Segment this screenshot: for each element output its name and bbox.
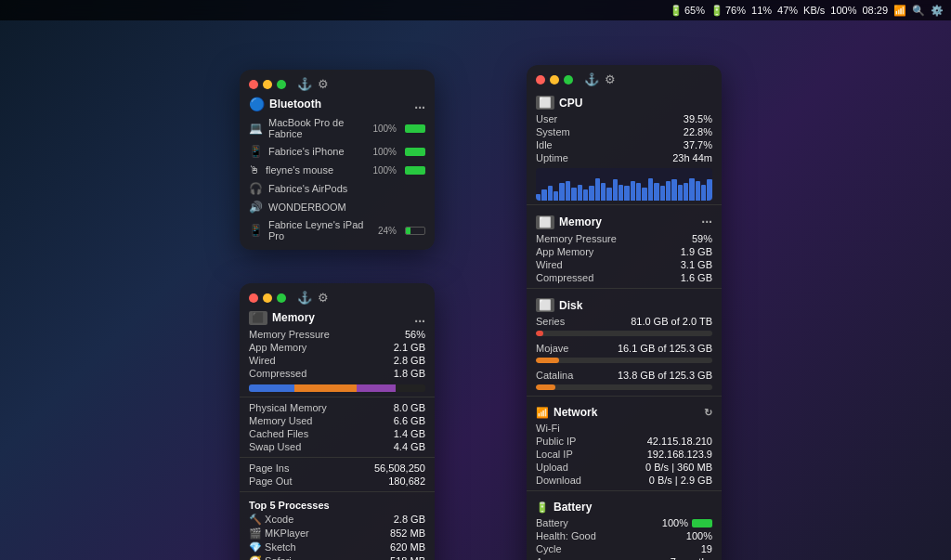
disk-series-fill [536, 331, 543, 336]
stat-label: Download [536, 475, 581, 486]
process-safari: 🧭 Safari 518 MB [240, 554, 435, 560]
cpu-idle-stat: Idle 37.7% [527, 138, 722, 151]
section-divider2 [527, 288, 722, 289]
stat-label: Cached Files [249, 428, 308, 439]
cpu-bar-segment [619, 185, 623, 202]
refresh-icon[interactable]: ↻ [704, 407, 712, 419]
menubar-battery-full: 100% [830, 5, 856, 16]
disk-mojave-row: Mojave 16.1 GB of 125.3 GB [527, 342, 722, 355]
bt-device-iphone: 📱 Fabrice's iPhone 100% [240, 142, 435, 161]
stat-label: Wi-Fi [536, 423, 560, 434]
bt-device-airpods: 🎧 Fabrice's AirPods [240, 179, 435, 198]
stat-value: 19 [701, 543, 712, 554]
menubar-search-icon[interactable]: 🔍 [912, 5, 925, 17]
stat-label: Compressed [249, 368, 306, 379]
network-upload: Upload 0 B/s | 360 MB [527, 461, 722, 474]
disk-series-bar [536, 331, 712, 336]
bluetooth-more-button[interactable]: ... [414, 97, 425, 111]
cpu-bar-segment [684, 183, 688, 201]
mouse-icon: 🖱 [249, 163, 260, 176]
stat-value: 56% [405, 329, 425, 340]
battery-cycle: Cycle 19 [527, 542, 722, 555]
stat-label: Public IP [536, 436, 576, 447]
battery-value-area: 100% [662, 517, 712, 528]
stat-value: 1.9 GB [681, 246, 712, 257]
stat-label: Swap Used [249, 441, 301, 452]
disk-catalina-row: Catalina 13.8 GB of 125.3 GB [527, 369, 722, 382]
stat-value: 6.6 GB [394, 415, 425, 426]
battery-level: Battery 100% [527, 516, 722, 529]
cpu-bar-segment [595, 178, 600, 202]
stat-value: 0 B/s | 360 MB [645, 462, 712, 473]
cpu-uptime-stat: Uptime 23h 44m [527, 151, 722, 164]
stat-value: 3.1 GB [681, 259, 712, 270]
stat-value: 22.8% [684, 126, 712, 137]
cpu-bar-segment [631, 181, 635, 201]
bt-device-wonderboom: 🔊 WONDERBOOM [240, 198, 435, 216]
desktop: 🔋 65% 🔋 76% 11% 47% KB/s 100% 08:29 📶 🔍 … [0, 0, 951, 560]
stat-label: Wired [249, 355, 276, 366]
menubar-battery-4: 47% [777, 5, 798, 16]
bluetooth-widget: ⚓ ⚙ 🔵 Bluetooth ... 💻 MacBook Pro de Fab… [240, 70, 435, 250]
stat-label: Page Ins [249, 462, 289, 474]
minimize-button-mem[interactable] [263, 293, 272, 303]
disk-mojave-name: Mojave [536, 343, 568, 354]
maximize-button-mem[interactable] [277, 293, 286, 303]
close-button[interactable] [249, 80, 258, 89]
cpu-bar-segment [689, 178, 694, 202]
network-local-ip: Local IP 192.168.123.9 [527, 448, 722, 461]
bt-device-mouse: 🖱 fleyne's mouse 100% [240, 161, 435, 179]
stat-label: App Memory [536, 246, 593, 257]
bt-device-ipad: 📱 Fabrice Leyne's iPad Pro 24% [240, 216, 435, 244]
close-button-stats[interactable] [536, 75, 545, 85]
memory-bar [249, 384, 425, 392]
memory-more-button[interactable]: ... [414, 310, 425, 325]
disk-series-name: Series [536, 316, 565, 327]
battery-bar-full [405, 148, 425, 156]
memory-dots[interactable]: ··· [701, 215, 712, 229]
memory-widget-title: Memory [272, 311, 315, 324]
battery-health: Health: Good 100% [527, 529, 722, 542]
maximize-button[interactable] [277, 80, 286, 89]
stat-value: 42.115.18.210 [647, 436, 712, 447]
memory-stat-wired: Wired 2.8 GB [240, 354, 435, 367]
stat-value: 0 B/s | 2.9 GB [649, 475, 712, 486]
cpu-bar-segment [666, 181, 671, 201]
stat-label: Uptime [536, 152, 568, 163]
minimize-button[interactable] [263, 80, 272, 89]
settings-icon-stats[interactable]: ⚙ [605, 72, 616, 86]
cpu-bar-segment [624, 186, 629, 201]
cpu-bar-segment [696, 181, 700, 201]
cpu-bar-segment [583, 189, 588, 201]
settings-icon-mem[interactable]: ⚙ [318, 291, 329, 305]
process-xcode: 🔨 Xcode 2.8 GB [240, 513, 435, 527]
close-button-mem[interactable] [249, 293, 258, 303]
menubar-battery-3: 11% [751, 5, 772, 16]
cpu-bar-segment [613, 179, 618, 201]
stat-value: 1.4 GB [394, 428, 425, 439]
menubar-battery-2: 🔋 76% [710, 5, 746, 17]
stat-label: Memory Pressure [536, 233, 617, 244]
mem-app: App Memory 1.9 GB [527, 245, 722, 258]
mem-compressed: Compressed 1.6 GB [527, 271, 722, 284]
stat-label: Upload [536, 462, 568, 473]
device-pct: 100% [372, 165, 397, 176]
process-value: 2.8 GB [394, 514, 425, 526]
device-pct: 100% [372, 124, 397, 134]
menubar-wifi-icon: 📶 [893, 5, 906, 17]
settings-icon[interactable]: ⚙ [318, 77, 329, 91]
minimize-button-stats[interactable] [550, 75, 559, 85]
traffic-lights-mem [249, 293, 286, 303]
stat-label: Local IP [536, 449, 573, 460]
menubar-control-icon[interactable]: ⚙️ [931, 5, 944, 17]
divider3 [240, 491, 435, 492]
stat-label: Compressed [536, 272, 593, 283]
maximize-button-stats[interactable] [564, 75, 573, 85]
process-name: 🔨 Xcode [249, 514, 293, 526]
battery-bar-partial [405, 227, 425, 235]
stat-value: 37.7% [684, 139, 712, 150]
cpu-bar-segment [554, 191, 558, 202]
disk-mojave-fill [536, 358, 559, 363]
disk-icon: ⬜ [536, 298, 554, 312]
phys-mem-stat: Physical Memory 8.0 GB [240, 401, 435, 414]
